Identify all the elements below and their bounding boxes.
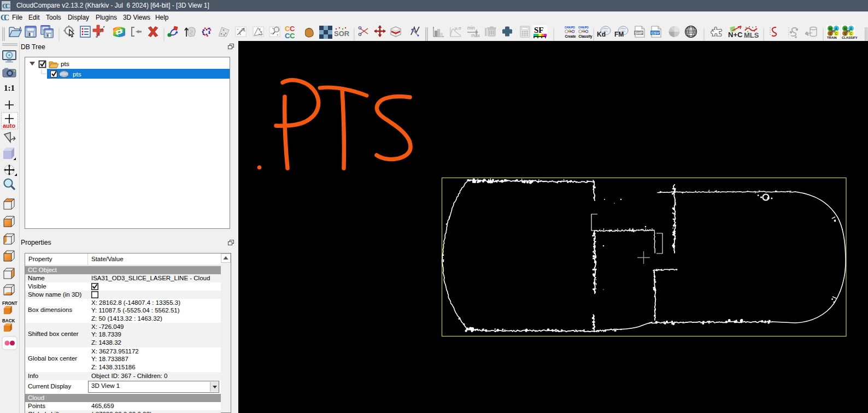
svg-text:Create: Create bbox=[565, 34, 577, 38]
svg-text:C: C bbox=[290, 32, 295, 40]
svg-text:FM: FM bbox=[614, 31, 624, 38]
svg-text:MLS: MLS bbox=[744, 31, 759, 39]
svg-text:SF: SF bbox=[534, 26, 544, 34]
svg-text:CLASSIFY: CLASSIFY bbox=[842, 36, 858, 39]
svg-text:Classify: Classify bbox=[579, 34, 593, 39]
svg-text:Kd: Kd bbox=[597, 31, 606, 38]
svg-text:3D: 3D bbox=[831, 30, 836, 33]
svg-text:FRONT: FRONT bbox=[2, 300, 17, 306]
svg-text:min: min bbox=[467, 25, 475, 31]
svg-text:A: A bbox=[835, 27, 838, 31]
svg-text:A: A bbox=[850, 27, 853, 31]
svg-text:3D: 3D bbox=[846, 30, 851, 33]
svg-text:CANUPO: CANUPO bbox=[578, 26, 589, 29]
svg-text:C: C bbox=[850, 32, 853, 36]
svg-text:CANUPO: CANUPO bbox=[565, 26, 575, 29]
svg-text:C: C bbox=[4, 14, 9, 22]
svg-text:μ,σ: μ,σ bbox=[455, 26, 461, 31]
svg-text:TRAIN: TRAIN bbox=[827, 36, 837, 39]
svg-text:C: C bbox=[835, 32, 838, 36]
svg-text:BACK: BACK bbox=[2, 318, 15, 323]
svg-text:SOR: SOR bbox=[334, 30, 350, 38]
svg-text:auto: auto bbox=[3, 122, 16, 129]
svg-text:1:1: 1:1 bbox=[4, 84, 15, 92]
svg-text:CSV: CSV bbox=[652, 31, 660, 35]
svg-text:SHP: SHP bbox=[635, 31, 643, 35]
svg-text:C: C bbox=[5, 2, 10, 10]
svg-text:N+C: N+C bbox=[728, 31, 743, 39]
